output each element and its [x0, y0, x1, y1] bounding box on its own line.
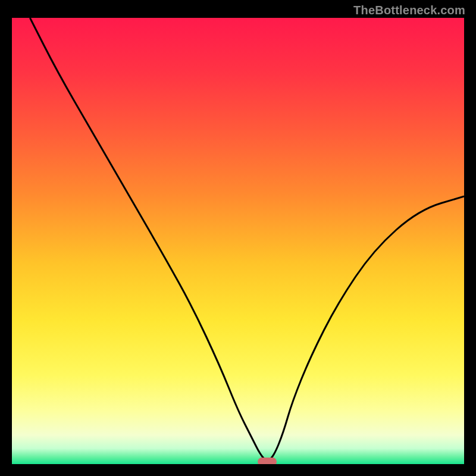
watermark-text: TheBottleneck.com	[353, 4, 465, 17]
bottleneck-curve	[12, 18, 464, 464]
chart-frame: TheBottleneck.com	[0, 0, 476, 476]
optimal-point-marker	[258, 458, 277, 464]
plot-area	[12, 18, 464, 464]
